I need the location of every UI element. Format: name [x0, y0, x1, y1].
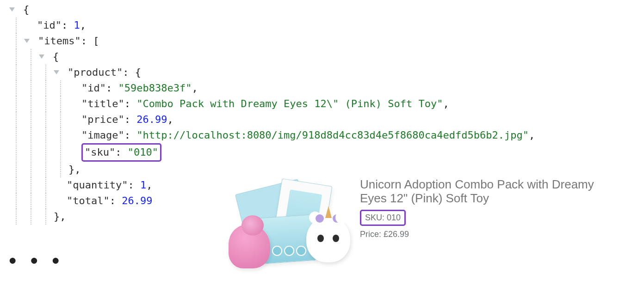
json-line: "id": 1, — [9, 18, 638, 33]
json-line: "id": "59eb838e3f", — [9, 80, 638, 96]
json-line: "price": 26.99, — [9, 112, 638, 127]
collapse-toggle-icon[interactable] — [39, 55, 44, 59]
json-key: "id" — [37, 18, 62, 33]
highlight-box: "sku": "010" — [81, 143, 161, 162]
json-line: { — [9, 2, 638, 18]
json-key: "price" — [81, 112, 124, 127]
collapse-toggle-icon[interactable] — [24, 39, 30, 43]
json-string: "010" — [128, 146, 158, 158]
ellipsis-icon: ● ● ● — [8, 252, 64, 268]
collapse-toggle-icon[interactable] — [9, 7, 15, 12]
json-number: 1 — [140, 177, 146, 193]
product-title: Unicorn Adoption Combo Pack with Dreamy … — [360, 177, 619, 205]
json-line: "image": "http://localhost:8080/img/918d… — [9, 127, 638, 143]
json-key: "sku" — [85, 146, 115, 158]
json-key: "image" — [81, 127, 124, 143]
json-key: "items" — [38, 33, 81, 49]
json-number: 26.99 — [136, 112, 167, 127]
json-line: "items": [ — [9, 33, 638, 49]
brace: { — [53, 49, 59, 65]
brace: }, — [54, 209, 66, 224]
brace: { — [23, 2, 29, 18]
product-card: Unicorn Adoption Combo Pack with Dreamy … — [231, 174, 638, 271]
json-key: "total" — [67, 193, 110, 209]
json-string: "59eb838e3f" — [118, 80, 192, 96]
json-key: "quantity" — [67, 177, 128, 193]
json-string: "http://localhost:8080/img/918d8d4cc83d4… — [136, 127, 529, 143]
product-image — [231, 174, 352, 271]
json-string: "Combo Pack with Dreamy Eyes 12\" (Pink)… — [136, 96, 443, 112]
json-number: 1 — [74, 18, 80, 33]
sku-value: 010 — [387, 213, 401, 222]
json-key: "title" — [81, 96, 124, 112]
highlight-box: SKU: 010 — [360, 210, 406, 226]
product-info: Unicorn Adoption Combo Pack with Dreamy … — [360, 174, 619, 271]
json-line: "product": { — [9, 65, 638, 80]
price-label: Price: — [360, 230, 381, 239]
json-line: { — [9, 49, 638, 65]
json-number: 26.99 — [122, 193, 152, 209]
price-value: £26.99 — [384, 230, 409, 239]
brace: }, — [68, 162, 81, 177]
json-key: "product" — [68, 65, 123, 80]
collapse-toggle-icon[interactable] — [54, 70, 59, 74]
sku-label: SKU: — [365, 213, 384, 222]
json-key: "id" — [81, 80, 106, 96]
json-line-sku: "sku": "010" — [9, 143, 638, 162]
json-line: "title": "Combo Pack with Dreamy Eyes 12… — [9, 96, 638, 112]
